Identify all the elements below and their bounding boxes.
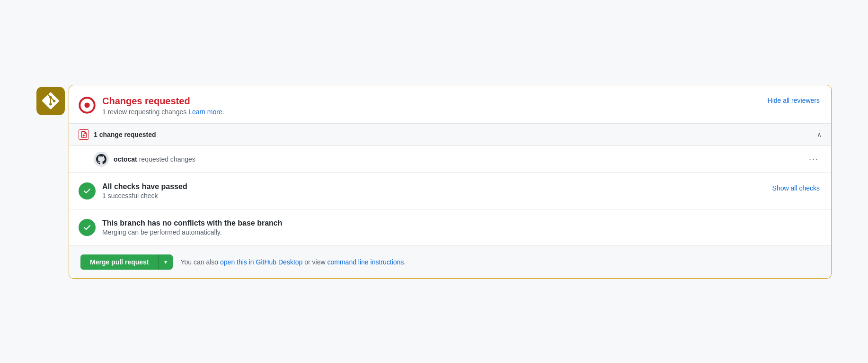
header-left: Changes requested 1 review requesting ch… [79,95,224,116]
changes-requested-icon [79,97,96,114]
reviewer-row: octocat requested changes ··· [69,145,831,172]
checks-text: All checks have passed 1 successful chec… [102,182,187,200]
pr-status-card: Changes requested 1 review requesting ch… [69,85,832,279]
change-requested-header-left: 1 change requested [79,129,156,140]
reviewer-text: octocat requested changes [114,155,195,163]
change-requested-header-row[interactable]: 1 change requested ∧ [69,124,831,145]
hide-all-reviewers-button[interactable]: Hide all reviewers [768,95,820,104]
open-in-desktop-link[interactable]: open this in GitHub Desktop [220,258,302,266]
header-subtitle: 1 review requesting changes Learn more. [102,108,224,116]
merge-period: . [404,258,406,266]
changes-requested-title: Changes requested [102,95,224,107]
changes-requested-header: Changes requested 1 review requesting ch… [69,85,831,124]
merge-desc-text: You can also [180,258,218,266]
no-conflicts-title: This branch has no conflicts with the ba… [102,219,283,227]
show-all-checks-button[interactable]: Show all checks [772,182,820,192]
reviewer-left: octocat requested changes [94,152,195,167]
checks-title: All checks have passed [102,182,187,191]
header-text: Changes requested 1 review requesting ch… [102,95,224,116]
merge-dropdown-button[interactable]: ▾ [159,254,173,270]
checks-subtitle: 1 successful check [102,192,187,200]
change-requested-label: 1 change requested [94,131,156,138]
merge-button-group: Merge pull request ▾ [80,254,173,270]
learn-more-link[interactable]: Learn more. [188,108,224,116]
merge-section: Merge pull request ▾ You can also open t… [69,246,831,278]
no-conflicts-section: This branch has no conflicts with the ba… [69,209,831,246]
checks-section: All checks have passed 1 successful chec… [69,173,831,209]
merge-pull-request-button[interactable]: Merge pull request [80,254,159,270]
git-icon [36,87,65,115]
svg-point-1 [84,102,89,108]
no-conflicts-icon [79,219,96,236]
reviewer-username: octocat [114,155,137,163]
no-conflicts-text: This branch has no conflicts with the ba… [102,219,283,236]
change-requested-section: 1 change requested ∧ octocat requested c… [69,124,831,173]
reviewer-more-button[interactable]: ··· [806,153,822,165]
reviewer-action: requested changes [139,155,195,163]
subtitle-text: 1 review requesting changes [102,108,186,116]
command-line-link[interactable]: command line instructions [328,258,404,266]
no-conflicts-subtitle: Merging can be performed automatically. [102,228,283,236]
chevron-up-icon: ∧ [817,131,822,138]
file-diff-icon [79,129,89,140]
merge-or-text: or view [304,258,325,266]
checks-left: All checks have passed 1 successful chec… [79,182,187,200]
merge-description: You can also open this in GitHub Desktop… [180,258,406,266]
avatar [94,152,109,167]
checks-passed-icon [79,182,96,200]
